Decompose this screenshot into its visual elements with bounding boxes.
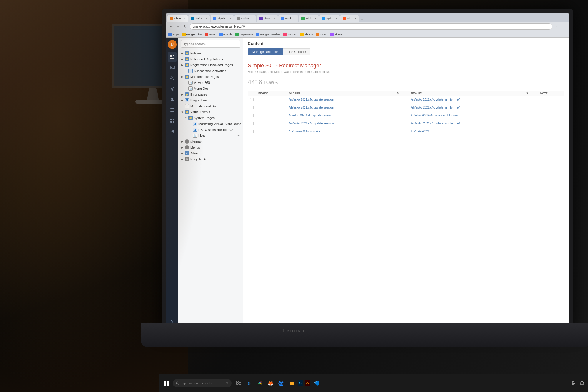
tree-item-menus[interactable]: ▶ Menus [178,144,243,150]
tree-item-rules[interactable]: ▶ 📁 Rules and Regulations [178,56,243,62]
more-options-button[interactable]: ⋯ [235,133,242,139]
taskbar-taskview[interactable] [234,378,243,388]
bookmark-gdrive[interactable]: Google Drive [182,33,202,36]
tree-item-policies[interactable]: ▶ 📁 Policies [178,50,243,56]
taskbar-store[interactable]: 🌀 [276,378,286,388]
sidebar-icon-grid[interactable] [168,116,177,125]
tree-item-menuaccountdoc[interactable]: 📄 Menu Account Doc [178,103,243,109]
sidebar-icon-content[interactable] [168,52,177,62]
back-button[interactable]: ← [168,24,174,29]
taskbar-search[interactable]: Taper ici pour rechercher [173,379,232,387]
bookmark-invision[interactable]: InVision [283,33,297,36]
bookmark-depanneur-label: Depanneur [240,33,253,36]
tree-item-subscription[interactable]: ↺ Subscription Activation [178,68,243,74]
row-checkbox-3[interactable] [248,120,256,128]
tree-arrow-systempages: ▼ [184,116,187,119]
cms-logo[interactable]: U [168,40,177,49]
search-input[interactable] [181,40,240,48]
tree-item-viewer360[interactable]: 📄 Viewer 360 [178,80,243,86]
tab-close-8[interactable]: × [355,17,356,20]
row-regex-2 [256,112,286,120]
sidebar-icon-forms[interactable] [168,105,177,115]
forward-button[interactable]: → [176,24,181,29]
sidebar-icon-users[interactable] [168,95,177,104]
bookmark-photos[interactable]: Photos [300,33,313,36]
taskbar-illustrator[interactable]: Ai [305,380,310,386]
bookmark-gmail[interactable]: Gmail [205,33,216,36]
tree-item-marketingvirtual[interactable]: 👤 Marketing Virtual Event Demo [178,121,243,127]
tree-item-maintenance[interactable]: ▶ 📁 Maintenance Pages [178,74,243,80]
tree-item-exfosales[interactable]: 👤 EXFO sales kick-off 2021 [178,127,243,133]
bookmark-figma[interactable]: Figma [330,33,342,36]
bookmark-translate[interactable]: Google Translate [256,33,280,36]
menus-icon [185,145,189,149]
sidebar-icon-arrow[interactable] [168,126,177,136]
tab-close-2[interactable]: × [230,17,231,20]
row-checkbox-4[interactable] [248,128,256,136]
tree-item-help[interactable]: 📄 Help ⋯ [178,133,243,139]
taskbar-photoshop[interactable]: Ps [298,380,303,386]
tab-close-0[interactable]: × [184,17,186,20]
svg-rect-22 [239,383,241,384]
taskbar-vscode[interactable] [312,378,321,388]
tree-item-systempages[interactable]: ▼ 📁 System Pages [178,115,243,121]
row-checkbox-0[interactable] [248,96,256,104]
tab-close-7[interactable]: × [336,17,337,20]
sidebar-icon-gear[interactable] [168,84,177,94]
bookmark-depanneur[interactable]: Depanneur [235,33,253,36]
bookmark-agenda[interactable]: Agenda [219,33,233,36]
row-checkbox-2[interactable] [248,112,256,120]
taskbar-mic-icon[interactable] [570,380,577,387]
tree-item-registration[interactable]: ▶ 📁 Registration/Download Pages [178,62,243,68]
tab-label-0: Chan... [174,17,183,20]
tree-label-errorpages: Error pages [190,93,207,96]
row-note-0 [538,96,564,104]
tab-close-6[interactable]: × [315,17,316,20]
tab-link-checker[interactable]: Link Checker [283,48,310,55]
taskbar-edge[interactable]: e [245,378,254,388]
tab-manage-redirects[interactable]: Manage Redirects [248,48,283,55]
browser-tab-0[interactable]: Chan... × [167,15,188,22]
windows-start-button[interactable] [161,378,172,388]
tab-close-4[interactable]: × [274,17,275,20]
taskbar-apps: e 🦊 🌀 Ps Ai [234,378,321,388]
taskbar-chrome[interactable] [255,378,265,388]
tab-close-1[interactable]: × [206,17,208,20]
browser-tab-4[interactable]: Virtua... × [257,15,278,22]
address-bar[interactable]: cms-exfo.azurewebsites.net/umbraco/#/ [190,23,552,30]
browser-tab-6[interactable]: Miel:... × [299,15,319,22]
tree-item-biographies[interactable]: ▶ 👤 Biographies [178,97,243,103]
taskbar-firefox[interactable]: 🦊 [266,378,275,388]
row-checkbox-1[interactable] [248,104,256,112]
sidebar-icon-media[interactable] [168,63,177,72]
bookmark-apps[interactable]: ⋮⋮ Apps [168,33,179,36]
bookmark-exfo[interactable]: EXFO [316,33,328,36]
tree-item-sitemap[interactable]: ▶ sitemap [178,139,243,144]
col-header-newurl: NEW URL [409,91,524,96]
new-tab-button[interactable]: + [360,17,363,22]
browser-tab-7[interactable]: Splin... × [319,15,340,22]
browser-tab-5[interactable]: wind... × [278,15,298,22]
tree-arrow-exfosales [189,128,192,131]
row-regex-0 [256,96,286,104]
browser-tab-8[interactable]: Min... × [340,15,359,22]
browser-tab-2[interactable]: Sign in ... × [211,15,234,22]
refresh-button[interactable]: ↻ [183,24,188,29]
col-header-note: NOTE [538,91,564,96]
taskbar-explorer[interactable] [287,378,296,388]
taskbar-notification-icon[interactable] [579,380,586,387]
tree-item-virtualevents[interactable]: ▼ 📁 Virtual Events [178,109,243,115]
tree-item-menudoc[interactable]: 📄 Menu Doc [178,86,243,91]
extensions-button[interactable]: ⌵ [554,24,559,29]
tab-close-3[interactable]: × [252,17,254,20]
menu-button[interactable]: ⋮ [561,24,567,29]
tree-item-recyclebin[interactable]: ▶ 🗑 Recycle Bin [178,156,243,162]
browser-tab-1[interactable]: (9+) L... × [188,15,210,22]
cms-main-content: U [166,38,569,328]
tree-item-admin[interactable]: ▶ ⚙ Admin [178,150,243,156]
tree-item-errorpages[interactable]: ▶ 📁 Error pages [178,91,243,97]
sidebar-icon-settings[interactable] [168,74,177,83]
bookmarks-bar: ⋮⋮ Apps Google Drive Gmail Agenda [166,31,569,37]
browser-tab-3[interactable]: Pull re... × [234,15,256,22]
tab-close-5[interactable]: × [294,17,296,20]
